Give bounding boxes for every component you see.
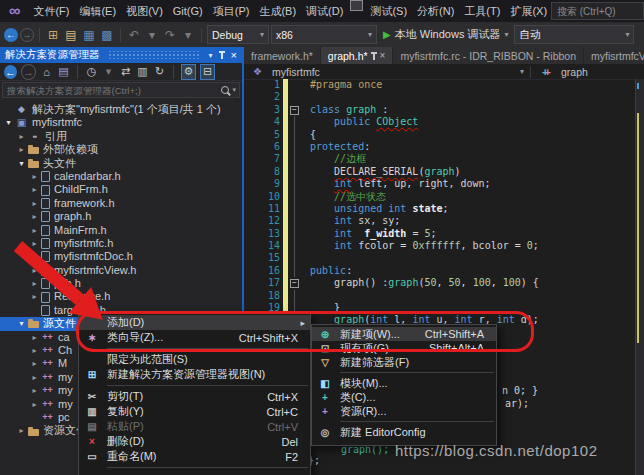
tree-row[interactable]: ▸外部依赖项 bbox=[0, 143, 242, 156]
expander-icon[interactable]: ▸ bbox=[29, 250, 40, 263]
menu-item[interactable]: ▤粘贴(P)Ctrl+V bbox=[79, 419, 310, 434]
start-debugging-button[interactable]: ▶ 本地 Windows 调试器 ▾ bbox=[379, 27, 512, 42]
expander-icon[interactable]: ▸ bbox=[29, 290, 40, 303]
solution-search-input[interactable] bbox=[3, 84, 221, 97]
tree-row[interactable]: ▸calendarbar.h bbox=[0, 170, 242, 183]
tree-row[interactable]: ▸pch.h bbox=[0, 277, 242, 290]
back-icon: ← bbox=[4, 65, 17, 79]
tree-row[interactable]: ▸ChildFrm.h bbox=[0, 183, 242, 196]
expander-icon[interactable]: ▸ bbox=[29, 277, 40, 290]
type-scope-value: graph bbox=[561, 66, 588, 78]
expander-icon[interactable]: ▸ bbox=[29, 197, 40, 210]
menu-item-label: 新建 EditorConfig bbox=[338, 425, 426, 440]
editor-tab[interactable]: framework.h* bbox=[244, 47, 321, 64]
expander-icon[interactable]: ▸ bbox=[29, 371, 40, 384]
tree-row[interactable]: ▸graph.h bbox=[0, 210, 242, 223]
pin-icon[interactable] bbox=[373, 52, 375, 60]
tree-item-label: myfisrtmfc.h bbox=[54, 237, 113, 250]
expander-icon[interactable]: ▾ bbox=[3, 116, 14, 129]
new-filter-icon: ▽ bbox=[312, 357, 338, 368]
menu-item[interactable]: ⊡现有项(G)...Shift+Alt+A bbox=[312, 341, 496, 355]
menu-bar-item[interactable]: 分析(N) bbox=[412, 0, 459, 22]
solution-explorer-title-bar[interactable]: 解决方案资源管理器 ▾ × bbox=[0, 47, 242, 63]
solution-configuration-dropdown[interactable]: Debug ▾ bbox=[207, 25, 269, 44]
menu-bar-item[interactable]: 编辑(E) bbox=[74, 0, 121, 22]
expander-icon[interactable]: ▸ bbox=[29, 237, 40, 250]
menu-bar-item[interactable]: 文件(F) bbox=[28, 0, 74, 22]
expander-icon[interactable]: ▾ bbox=[16, 317, 27, 330]
tree-row[interactable]: ▸myfisrtmfc.h bbox=[0, 237, 242, 250]
line-number: 9 bbox=[244, 178, 280, 190]
expander-icon[interactable]: ▸ bbox=[29, 224, 40, 237]
tree-row[interactable]: ▾头文件 bbox=[0, 157, 242, 170]
menu-item[interactable]: +资源(R)... bbox=[312, 404, 496, 418]
close-icon[interactable]: × bbox=[231, 50, 237, 60]
expander-icon[interactable]: ▸ bbox=[16, 143, 27, 156]
expander-icon[interactable]: ▸ bbox=[29, 170, 40, 183]
attach-mode-dropdown[interactable]: 自动 ▾ bbox=[514, 25, 634, 44]
project-scope-dropdown[interactable]: myfisrtmfc ▾ bbox=[244, 66, 530, 78]
solution-search-box[interactable]: ▾ bbox=[2, 82, 240, 98]
line-number: 1 bbox=[244, 79, 280, 91]
expander-icon[interactable]: ▸ bbox=[29, 210, 40, 223]
line-number: 11 bbox=[244, 203, 280, 215]
solution-platform-dropdown[interactable]: x86 ▾ bbox=[271, 25, 377, 44]
menu-item[interactable]: +类(C)... bbox=[312, 390, 496, 404]
h-icon bbox=[41, 171, 50, 182]
fold-collapse-icon[interactable]: − bbox=[290, 279, 299, 288]
tree-row[interactable]: ▸myfisrtmfcDoc.h bbox=[0, 250, 242, 263]
tree-row[interactable]: ▸Resource.h bbox=[0, 290, 242, 303]
menu-item[interactable]: ▭重命名(M)F2 bbox=[79, 449, 310, 464]
menu-bar-item[interactable]: 工具(T) bbox=[459, 0, 505, 22]
tree-row[interactable]: ▾myfisrtmfc bbox=[0, 116, 242, 129]
type-scope-dropdown[interactable]: graph bbox=[530, 66, 644, 78]
menu-item[interactable]: 添加(D)▸ bbox=[79, 315, 310, 330]
code-line: 8 DECLARE_SERIAL(graph) bbox=[244, 166, 636, 178]
menu-item[interactable]: ◧模块(M)... bbox=[312, 376, 496, 390]
expander-icon[interactable]: ▸ bbox=[29, 264, 40, 277]
menu-item[interactable]: ⊕新建项(W)...Ctrl+Shift+A bbox=[312, 327, 496, 341]
expander-icon[interactable]: ▸ bbox=[16, 424, 27, 437]
menu-bar-item[interactable]: 项目(P) bbox=[208, 0, 255, 22]
menu-item[interactable]: ✂剪切(T)Ctrl+X bbox=[79, 389, 310, 404]
expander-icon[interactable]: ▸ bbox=[29, 344, 40, 357]
menu-item[interactable]: ◎新建 EditorConfig bbox=[312, 425, 496, 439]
cpp-icon bbox=[41, 399, 54, 410]
pin-icon[interactable] bbox=[221, 51, 223, 59]
tree-row[interactable]: ▸MainFrm.h bbox=[0, 224, 242, 237]
menu-bar-item[interactable]: Git(G) bbox=[168, 0, 208, 22]
menu-item[interactable]: ▥复制(Y)Ctrl+C bbox=[79, 404, 310, 419]
fold-collapse-icon[interactable]: − bbox=[290, 106, 299, 115]
expander-icon[interactable]: ▸ bbox=[29, 357, 40, 370]
quick-search-input[interactable] bbox=[551, 2, 644, 20]
menu-bar-item[interactable]: 生成(B) bbox=[254, 0, 301, 22]
menu-bar-item[interactable]: 调试(D) bbox=[301, 0, 348, 22]
editor-scrollbar[interactable] bbox=[635, 79, 644, 475]
menu-item[interactable]: ×删除(D)Del bbox=[79, 434, 310, 449]
expander-icon[interactable]: ▸ bbox=[29, 331, 40, 344]
close-icon[interactable]: × bbox=[380, 51, 386, 61]
tree-row[interactable]: 解决方案"myfisrtmfc"(1 个项目/共 1 个) bbox=[0, 103, 242, 116]
tree-row[interactable]: ▸myfisrtmfcView.h bbox=[0, 264, 242, 277]
panel-title: 解决方案资源管理器 bbox=[5, 48, 100, 62]
menu-bar-item[interactable]: 视图(V) bbox=[121, 0, 168, 22]
expander-icon[interactable]: ▸ bbox=[29, 384, 40, 397]
menu-bar-item[interactable]: 测试(S) bbox=[365, 0, 412, 22]
editor-tab[interactable]: myfisrtmfcV bbox=[584, 47, 644, 64]
menu-item[interactable]: 限定为此范围(S) bbox=[79, 352, 310, 367]
window-position-icon[interactable]: ▾ bbox=[209, 51, 213, 60]
add-submenu: ⊕新建项(W)...Ctrl+Shift+A⊡现有项(G)...Shift+Al… bbox=[311, 324, 497, 446]
menu-bar-item[interactable]: 扩展(X) bbox=[505, 0, 552, 22]
menu-item[interactable]: ⊞新建解决方案资源管理器视图(N) bbox=[79, 367, 310, 382]
expander-icon[interactable]: ▸ bbox=[29, 398, 40, 411]
expander-icon[interactable]: ▾ bbox=[16, 157, 27, 170]
tree-row[interactable]: ▸引用 bbox=[0, 130, 242, 143]
editor-tab[interactable]: myfisrtmfc.rc - IDR_RIBBON - Ribbon bbox=[393, 47, 584, 64]
menu-item[interactable]: ▽新建筛选器(F) bbox=[312, 355, 496, 369]
home-icon: ⌂ bbox=[40, 65, 53, 79]
expander-icon[interactable]: ▸ bbox=[29, 183, 40, 196]
tree-row[interactable]: ▸framework.h bbox=[0, 197, 242, 210]
editor-tab[interactable]: graph.h*× bbox=[321, 47, 394, 64]
menu-item[interactable]: ∗类向导(Z)...Ctrl+Shift+X bbox=[79, 330, 310, 345]
expander-icon[interactable]: ▸ bbox=[16, 130, 27, 143]
